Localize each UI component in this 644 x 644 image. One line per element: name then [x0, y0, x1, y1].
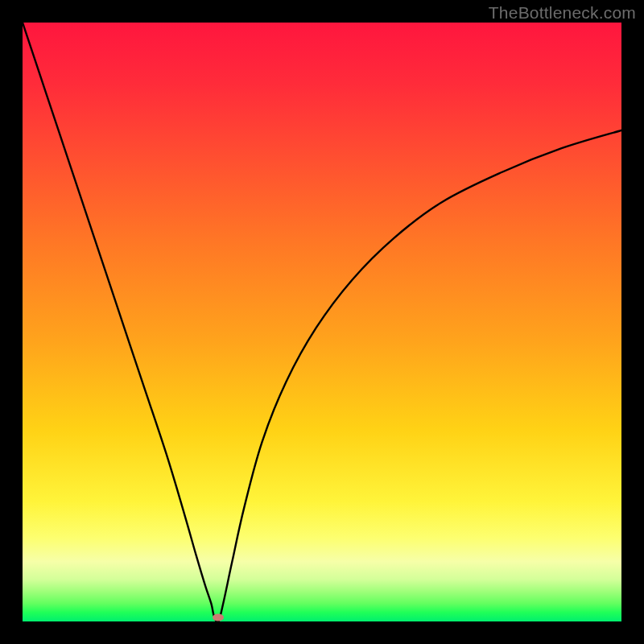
chart-curve-layer [23, 23, 621, 621]
chart-frame: TheBottleneck.com [0, 0, 644, 644]
optimal-point-marker [213, 613, 224, 621]
chart-plot-area [23, 23, 621, 621]
bottleneck-curve [23, 23, 621, 621]
attribution-text: TheBottleneck.com [489, 3, 636, 23]
